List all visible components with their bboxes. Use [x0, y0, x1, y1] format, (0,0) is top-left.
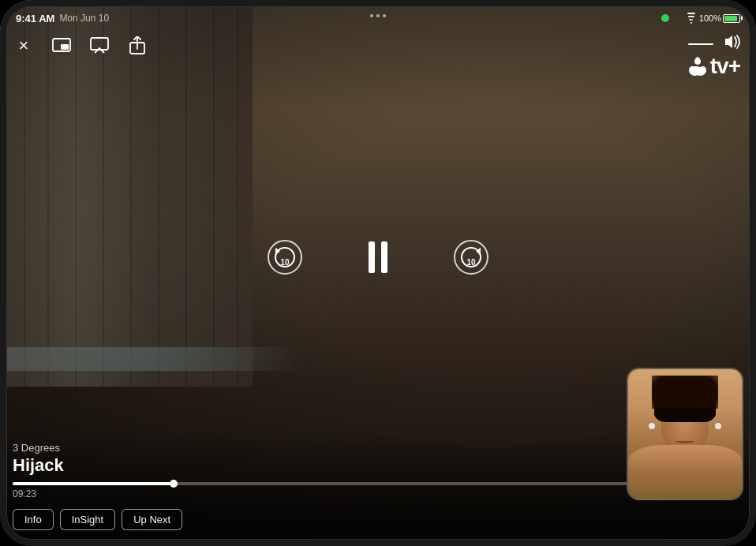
- pip-button[interactable]: [49, 33, 74, 58]
- airplay-button[interactable]: [87, 33, 112, 58]
- status-bar: 9:41 AM Mon Jun 10 100%: [0, 6, 756, 30]
- bottom-buttons: Info InSight Up Next: [13, 509, 743, 530]
- status-date: Mon Jun 10: [59, 13, 109, 24]
- device-frame: 9:41 AM Mon Jun 10 100% ×: [0, 0, 756, 546]
- svg-rect-1: [61, 44, 69, 50]
- forward-button[interactable]: 10: [453, 239, 489, 275]
- facetime-person-view: [628, 369, 742, 499]
- top-controls: ×: [11, 33, 150, 58]
- side-notch: [0, 257, 2, 289]
- top-right-controls: [688, 33, 743, 54]
- rewind-button[interactable]: 10: [267, 239, 303, 275]
- progress-fill: [13, 482, 174, 485]
- volume-button[interactable]: [723, 33, 743, 54]
- playback-controls: 10 10: [267, 237, 489, 277]
- facetime-overlay[interactable]: [627, 368, 743, 500]
- rewind-seconds: 10: [280, 258, 289, 267]
- camera-active-indicator: [661, 14, 669, 22]
- info-button[interactable]: Info: [13, 509, 54, 530]
- up-next-button[interactable]: Up Next: [122, 509, 182, 530]
- appletv-label: tv+: [710, 54, 740, 79]
- battery-icon: 100%: [699, 13, 740, 23]
- share-button[interactable]: [125, 33, 150, 58]
- pause-button[interactable]: [358, 237, 398, 277]
- appletv-logo: tv+: [687, 54, 740, 79]
- volume-line: [688, 43, 713, 45]
- close-button[interactable]: ×: [11, 33, 36, 58]
- status-time: 9:41 AM: [16, 13, 54, 24]
- progress-dot: [170, 480, 178, 488]
- forward-seconds: 10: [466, 258, 475, 267]
- insight-button[interactable]: InSight: [60, 509, 115, 530]
- battery-percent: 100%: [699, 13, 721, 23]
- wifi-icon: [687, 13, 695, 24]
